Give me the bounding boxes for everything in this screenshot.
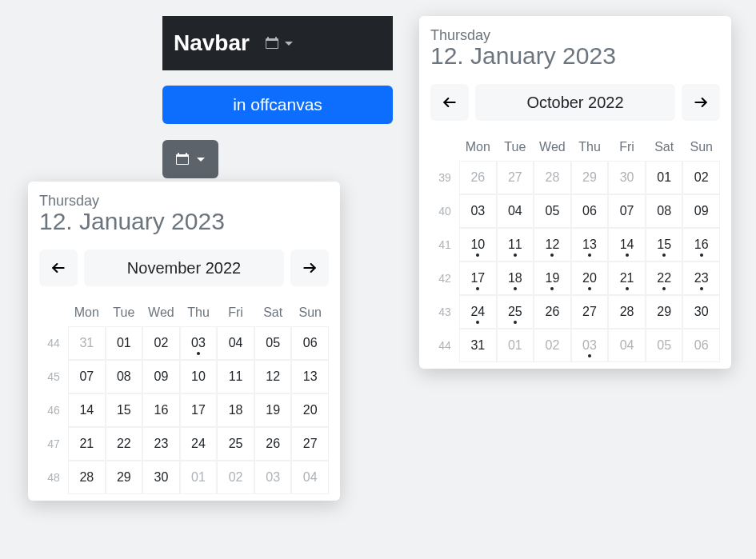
calendar-day[interactable]: 05 (534, 194, 571, 228)
week-number: 44 (430, 329, 459, 362)
month-title-button[interactable]: November 2022 (84, 250, 284, 286)
calendar-day[interactable]: 25 (497, 295, 534, 329)
calendar-day[interactable]: 29 (106, 461, 143, 494)
calendar-day[interactable]: 18 (497, 262, 534, 295)
calendar-day[interactable]: 02 (142, 326, 180, 360)
calendar-day[interactable]: 24 (459, 295, 497, 329)
calendar-day[interactable]: 26 (254, 427, 292, 461)
calendar-day[interactable]: 11 (497, 228, 534, 262)
calendar-day[interactable]: 06 (682, 329, 720, 362)
calendar-day[interactable]: 01 (646, 161, 683, 194)
calendar-day[interactable]: 22 (646, 262, 683, 295)
prev-month-button[interactable] (430, 84, 469, 121)
calendar-day[interactable]: 02 (682, 161, 720, 194)
calendar-day[interactable]: 18 (217, 393, 254, 427)
calendar-day[interactable]: 07 (608, 194, 646, 228)
month-title-button[interactable]: October 2022 (475, 84, 675, 121)
next-month-button[interactable] (290, 250, 329, 286)
calendar-day[interactable]: 13 (291, 360, 329, 393)
prev-month-button[interactable] (39, 250, 78, 286)
calendar-day[interactable]: 26 (459, 161, 497, 194)
calendar-day[interactable]: 02 (217, 461, 254, 494)
event-dot-icon (588, 254, 591, 257)
event-dot-icon (588, 287, 591, 290)
calendar-day[interactable]: 30 (142, 461, 180, 494)
week-number: 39 (430, 161, 459, 194)
calendar-day[interactable]: 03 (180, 326, 218, 360)
week-number: 42 (430, 262, 459, 295)
next-month-button[interactable] (682, 84, 720, 121)
offcanvas-button[interactable]: in offcanvas (162, 86, 393, 124)
calendar-day[interactable]: 10 (180, 360, 218, 393)
calendar-day[interactable]: 04 (291, 461, 329, 494)
calendar-day[interactable]: 05 (646, 329, 683, 362)
calendar-day[interactable]: 14 (608, 228, 646, 262)
calendar-day[interactable]: 17 (459, 262, 497, 295)
calendar-day[interactable]: 04 (608, 329, 646, 362)
calendar-day[interactable]: 17 (180, 393, 218, 427)
calendar-day[interactable]: 05 (254, 326, 292, 360)
calendar-day[interactable]: 15 (106, 393, 143, 427)
calendar-day[interactable]: 24 (180, 427, 218, 461)
calendar-day[interactable]: 09 (142, 360, 180, 393)
calendar-day[interactable]: 29 (571, 161, 609, 194)
calendar-day[interactable]: 08 (106, 360, 143, 393)
calendar-day[interactable]: 13 (571, 228, 609, 262)
navbar-dropdown[interactable] (266, 37, 293, 50)
calendar-day[interactable]: 26 (534, 295, 571, 329)
calendar-day[interactable]: 10 (459, 228, 497, 262)
calendar-day[interactable]: 01 (180, 461, 218, 494)
calendar-day[interactable]: 23 (142, 427, 180, 461)
event-dot-icon (588, 354, 591, 357)
calendar-day[interactable]: 06 (571, 194, 609, 228)
calendar-day[interactable]: 20 (291, 393, 329, 427)
calendar-day[interactable]: 20 (571, 262, 609, 295)
calendar-day[interactable]: 06 (291, 326, 329, 360)
calendar-day[interactable]: 27 (571, 295, 609, 329)
calendar-day[interactable]: 12 (254, 360, 292, 393)
calendar-day[interactable]: 03 (254, 461, 292, 494)
calendar-day[interactable]: 04 (497, 194, 534, 228)
calendar-day[interactable]: 08 (646, 194, 683, 228)
event-dot-icon (514, 254, 517, 257)
calendar-day[interactable]: 28 (534, 161, 571, 194)
calendar-day[interactable]: 01 (106, 326, 143, 360)
calendar-day[interactable]: 15 (646, 228, 683, 262)
calendar-day[interactable]: 04 (217, 326, 254, 360)
calendar-grid: MonTueWedThuFriSatSun3926272829300102400… (430, 134, 720, 362)
dropdown-button[interactable] (162, 140, 218, 178)
calendar-day[interactable]: 02 (534, 329, 571, 362)
calendar-day[interactable]: 11 (217, 360, 254, 393)
calendar-day[interactable]: 27 (497, 161, 534, 194)
navbar-brand[interactable]: Navbar (174, 30, 250, 56)
calendar-day[interactable]: 29 (646, 295, 683, 329)
calendar-day[interactable]: 19 (534, 262, 571, 295)
calendar-day[interactable]: 23 (682, 262, 720, 295)
week-number: 46 (39, 393, 68, 427)
calendar-day[interactable]: 21 (68, 427, 106, 461)
calendar-day[interactable]: 12 (534, 228, 571, 262)
event-dot-icon (662, 287, 666, 290)
calendar-day[interactable]: 25 (217, 427, 254, 461)
calendar-day[interactable]: 14 (68, 393, 106, 427)
calendar-day[interactable]: 30 (608, 161, 646, 194)
calendar-day[interactable]: 31 (459, 329, 497, 362)
calendar-day[interactable]: 19 (254, 393, 292, 427)
calendar-day[interactable]: 28 (608, 295, 646, 329)
calendar-day[interactable]: 21 (608, 262, 646, 295)
weekday-header: Fri (217, 299, 254, 326)
calendar-day[interactable]: 16 (142, 393, 180, 427)
calendar-day[interactable]: 03 (571, 329, 609, 362)
calendar-day[interactable]: 31 (68, 326, 106, 360)
calendar-day[interactable]: 16 (682, 228, 720, 262)
calendar-day[interactable]: 09 (682, 194, 720, 228)
calendar-day[interactable]: 22 (106, 427, 143, 461)
week-number: 47 (39, 427, 68, 461)
calendar-day[interactable]: 30 (682, 295, 720, 329)
calendar-day[interactable]: 28 (68, 461, 106, 494)
calendar-day[interactable]: 01 (497, 329, 534, 362)
calendar-day[interactable]: 07 (68, 360, 106, 393)
calendar-day[interactable]: 27 (291, 427, 329, 461)
week-number: 40 (430, 194, 459, 228)
calendar-day[interactable]: 03 (459, 194, 497, 228)
